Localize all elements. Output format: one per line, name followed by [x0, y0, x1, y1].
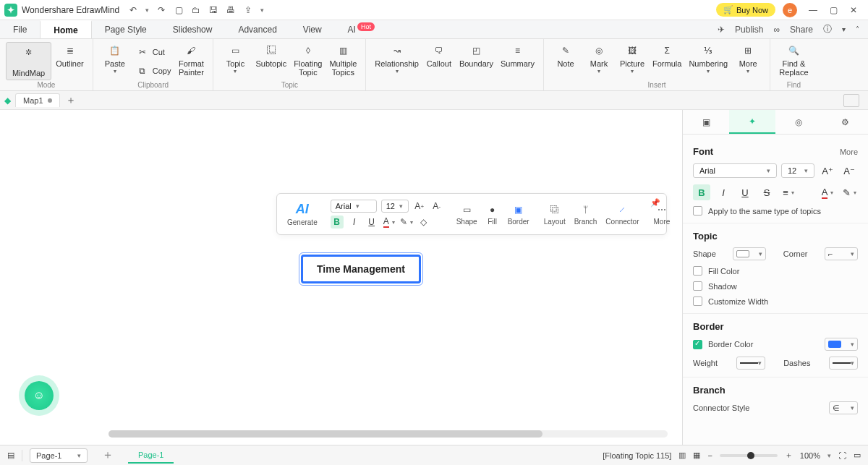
pin-icon[interactable]: 📌 — [650, 198, 660, 208]
maximize-button[interactable]: ▢ — [823, 5, 843, 15]
export-dropdown[interactable]: ▾ — [260, 7, 264, 14]
apply-same-checkbox[interactable]: Apply to the same type of topics — [693, 206, 858, 216]
open-icon[interactable]: 🗀 — [191, 5, 201, 15]
undo-dropdown[interactable]: ▾ — [145, 7, 149, 14]
paste-button[interactable]: 📋Paste▾ — [99, 42, 131, 80]
sp-tab-settings[interactable]: ⚙ — [822, 110, 868, 134]
page-tab-1[interactable]: Page-1 — [128, 448, 174, 464]
outliner-button[interactable]: ≣Outliner — [53, 42, 87, 80]
tab-slideshow[interactable]: Slideshow — [160, 20, 226, 38]
highlight-button[interactable]: ✎ — [841, 184, 858, 200]
strikethrough-button[interactable]: S — [758, 184, 775, 200]
floating-topic-button[interactable]: ◊Floating Topic — [291, 42, 325, 80]
selected-topic-node[interactable]: Time Management — [301, 255, 421, 283]
shadow-checkbox[interactable]: Shadow — [693, 281, 858, 291]
border-button[interactable]: ▣Border — [503, 203, 534, 226]
clear-format-button[interactable]: ◇ — [417, 216, 430, 229]
zoom-out-button[interactable]: − — [707, 451, 712, 460]
boundary-button[interactable]: ◰Boundary — [456, 42, 496, 80]
outline-view-icon[interactable]: ▤ — [7, 451, 14, 460]
fill-button[interactable]: ●Fill — [482, 203, 503, 226]
topic-button[interactable]: ▭Topic▾ — [219, 42, 251, 80]
collapse-ribbon-button[interactable]: ˄ — [856, 25, 859, 33]
font-size-select[interactable]: 12▾ — [381, 200, 409, 213]
fit-button[interactable]: ▭ — [854, 451, 861, 460]
close-button[interactable]: ✕ — [843, 5, 864, 15]
zoom-slider[interactable] — [720, 454, 778, 457]
summary-button[interactable]: ≡Summary — [498, 42, 537, 80]
new-tab-button[interactable]: ＋ — [64, 94, 77, 107]
copy-button[interactable]: ⧉Copy — [132, 62, 174, 80]
italic-button[interactable]: I — [348, 216, 361, 229]
note-button[interactable]: ✎Note — [550, 42, 582, 80]
corner-select[interactable]: ⌐▾ — [825, 247, 858, 260]
format-painter-button[interactable]: 🖌Format Painter — [175, 42, 207, 80]
connector-button[interactable]: ⟋Connector — [601, 203, 643, 226]
tab-page-style[interactable]: Page Style — [92, 20, 160, 38]
bold-button[interactable]: B — [331, 216, 344, 229]
share-button[interactable]: Share — [790, 25, 813, 35]
mindmap-button[interactable]: ✲MindMap — [6, 42, 51, 80]
increase-font-button[interactable]: A⁺ — [819, 163, 836, 179]
multiple-topics-button[interactable]: ▥Multiple Topics — [326, 42, 359, 80]
print-icon[interactable]: 🖶 — [226, 5, 236, 15]
assistant-bubble-button[interactable]: ☺ — [25, 381, 54, 410]
dashes-select[interactable]: ▾ — [829, 357, 858, 370]
zoom-slider-thumb[interactable] — [747, 452, 754, 459]
callout-button[interactable]: 🗨Callout — [423, 42, 455, 80]
tab-ai[interactable]: AIHot — [335, 20, 388, 38]
fullscreen-button[interactable]: ⛶ — [838, 451, 846, 460]
fill-color-checkbox[interactable]: Fill Color — [693, 266, 858, 276]
font-family-select[interactable]: Arial▾ — [693, 163, 777, 178]
help-icon[interactable]: ⓘ — [823, 23, 832, 35]
border-color-select[interactable]: ▾ — [825, 338, 858, 351]
horizontal-scrollbar[interactable] — [109, 430, 668, 438]
underline-button[interactable]: U — [736, 184, 754, 200]
cut-button[interactable]: ✂Cut — [132, 43, 174, 61]
publish-button[interactable]: Publish — [735, 25, 763, 35]
shape-button[interactable]: ▭Shape — [452, 203, 482, 226]
ai-generate-button[interactable]: AI Generate — [283, 202, 322, 226]
tab-view[interactable]: View — [290, 20, 335, 38]
branch-button[interactable]: ᛘBranch — [570, 203, 602, 226]
undo-icon[interactable]: ↶ — [128, 5, 138, 15]
increase-font-button[interactable]: A+ — [413, 200, 426, 213]
picture-button[interactable]: 🖼Picture▾ — [616, 42, 648, 80]
buy-now-button[interactable]: 🛒 Buy Now — [716, 3, 775, 17]
subtopic-button[interactable]: ⿺Subtopic — [252, 42, 289, 80]
customize-width-checkbox[interactable]: Customize Width — [693, 297, 858, 306]
minimize-button[interactable]: — — [803, 5, 823, 15]
sp-tab-icon[interactable]: ◎ — [775, 110, 822, 134]
relationship-button[interactable]: ↝Relationship▾ — [372, 42, 422, 80]
user-avatar[interactable]: e — [783, 3, 797, 17]
find-replace-button[interactable]: 🔍Find & Replace — [776, 42, 811, 80]
italic-button[interactable]: I — [715, 184, 732, 200]
doc-tab-map1[interactable]: Map1 — [15, 93, 60, 107]
more-button[interactable]: ⊞More▾ — [732, 42, 764, 80]
decrease-font-button[interactable]: A- — [430, 200, 443, 213]
zoom-in-button[interactable]: ＋ — [785, 450, 793, 461]
help-dropdown[interactable]: ▾ — [842, 25, 846, 33]
numbering-button[interactable]: ⅓Numbering▾ — [686, 42, 731, 80]
export-icon[interactable]: ⇪ — [243, 5, 253, 15]
mark-button[interactable]: ◎Mark▾ — [583, 42, 615, 80]
layout-button[interactable]: ⿻Layout — [540, 203, 570, 226]
canvas-area[interactable]: 📌 AI Generate Arial▾ 12▾ A+ A- B I U A — [0, 110, 682, 445]
font-size-select[interactable]: 12▾ — [781, 163, 814, 178]
decrease-font-button[interactable]: A⁻ — [841, 163, 858, 179]
page-select[interactable]: Page-1▾ — [30, 448, 88, 463]
font-family-select[interactable]: Arial▾ — [331, 200, 377, 213]
bold-button[interactable]: B — [693, 184, 710, 200]
border-color-checkbox[interactable]: Border Color — [693, 340, 753, 349]
align-button[interactable]: ≡ — [780, 184, 797, 200]
add-page-button[interactable]: ＋ — [102, 448, 114, 463]
weight-select[interactable]: ▾ — [736, 357, 765, 370]
toggle-panel-button[interactable] — [843, 94, 859, 107]
tab-file[interactable]: File — [0, 20, 40, 38]
sp-tab-page[interactable]: ▣ — [683, 110, 729, 134]
font-color-button[interactable]: A — [819, 184, 836, 200]
tab-home[interactable]: Home — [40, 20, 91, 38]
shape-select[interactable]: ▾ — [733, 247, 766, 260]
connector-style-select[interactable]: ∈▾ — [829, 401, 858, 414]
view-mode-2-icon[interactable]: ▦ — [693, 451, 700, 460]
